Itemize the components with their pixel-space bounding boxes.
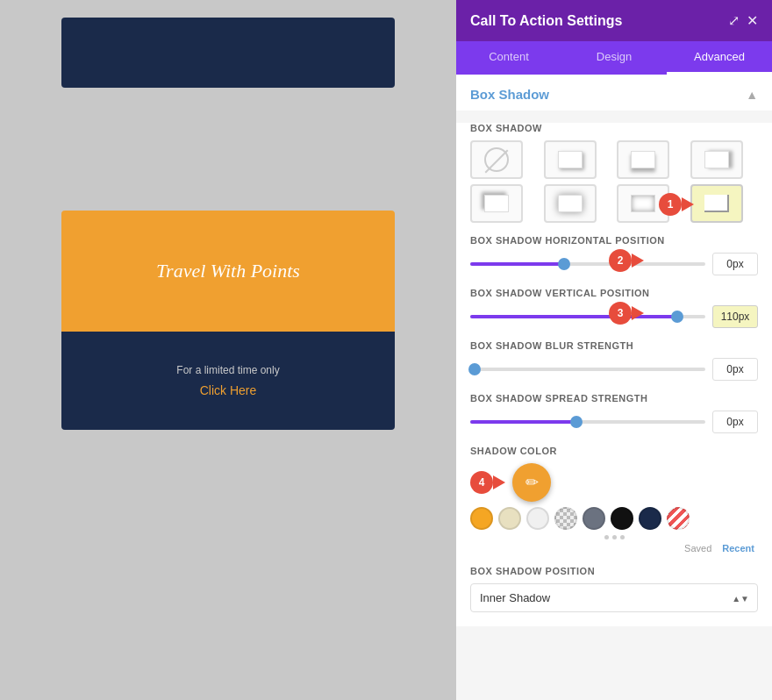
horizontal-value-input[interactable]: 0px bbox=[712, 253, 758, 275]
left-preview-panel: Travel With Points For a limited time on… bbox=[0, 0, 456, 700]
shadow-option-corner[interactable] bbox=[690, 184, 743, 223]
annotation-arrow-2 bbox=[632, 254, 644, 268]
shadow-thick-icon bbox=[558, 195, 583, 212]
close-icon[interactable]: ✕ bbox=[747, 12, 758, 29]
tab-advanced[interactable]: Advanced bbox=[667, 41, 772, 75]
preview-card-body: For a limited time only Click Here bbox=[61, 332, 395, 431]
preview-cta-card: Travel With Points For a limited time on… bbox=[61, 211, 395, 430]
spread-slider-fill bbox=[470, 420, 576, 424]
section-title: Box Shadow bbox=[470, 87, 549, 102]
position-label: Box Shadow Position bbox=[470, 566, 758, 576]
shadow-inner-icon bbox=[631, 195, 655, 212]
preview-card-header: Travel With Points bbox=[61, 211, 395, 332]
tab-design[interactable]: Design bbox=[561, 41, 667, 75]
shadow-topleft-icon bbox=[484, 195, 509, 212]
horizontal-label: Box Shadow Horizontal Position bbox=[470, 235, 758, 246]
color-swatch-black[interactable] bbox=[611, 507, 633, 530]
annotation-badge-3: 3 bbox=[609, 302, 632, 325]
annotation-arrow-3 bbox=[632, 306, 644, 320]
section-collapse-icon[interactable]: ▲ bbox=[746, 88, 758, 102]
shadow-option-bottom[interactable] bbox=[617, 140, 669, 179]
dot-2 bbox=[612, 535, 617, 539]
shadow-option-thick[interactable] bbox=[544, 184, 597, 223]
spread-slider-row: 0px bbox=[470, 411, 758, 433]
shadow-bottom-icon bbox=[631, 151, 655, 168]
position-select[interactable]: Inner Shadow Outer Shadow bbox=[470, 583, 758, 612]
color-swatch-orange[interactable] bbox=[470, 507, 493, 530]
shadow-option-all[interactable] bbox=[544, 140, 597, 179]
color-swatch-row bbox=[470, 507, 758, 530]
dot-1 bbox=[604, 535, 609, 539]
shadow-style-grid: 1 bbox=[470, 140, 758, 223]
tab-content[interactable]: Content bbox=[456, 41, 561, 75]
annotation-badge-4: 4 bbox=[470, 471, 493, 494]
horizontal-slider-row: 0px 2 bbox=[470, 253, 758, 275]
color-swatch-transparent[interactable] bbox=[554, 507, 577, 530]
spread-slider-thumb[interactable] bbox=[570, 416, 583, 428]
shadow-corner-icon bbox=[704, 195, 729, 212]
saved-label: Saved bbox=[684, 543, 711, 554]
section-header: Box Shadow ▲ bbox=[456, 75, 772, 111]
preview-top-banner bbox=[61, 18, 395, 88]
vertical-slider-row: 110px 3 bbox=[470, 305, 758, 328]
vertical-slider-fill bbox=[470, 315, 677, 318]
color-swatch-gray[interactable] bbox=[583, 507, 605, 530]
vertical-slider-thumb[interactable] bbox=[671, 311, 683, 323]
vertical-label: Box Shadow Vertical Position bbox=[470, 288, 758, 298]
color-labels-row: Saved Recent bbox=[470, 543, 758, 554]
shadow-all-icon bbox=[558, 151, 583, 168]
panel-body: Box Shadow ▲ Box Shadow bbox=[456, 75, 772, 700]
eyedropper-icon: ✏ bbox=[525, 473, 539, 492]
eyedropper-button[interactable]: ✏ bbox=[512, 463, 551, 502]
section-content: Box Shadow bbox=[456, 123, 772, 626]
blur-slider-track[interactable] bbox=[470, 368, 705, 371]
no-shadow-icon bbox=[484, 147, 509, 172]
blur-value-input[interactable]: 0px bbox=[712, 358, 758, 381]
panel-title: Call To Action Settings bbox=[470, 13, 622, 29]
spread-value-input[interactable]: 0px bbox=[712, 411, 758, 433]
horizontal-slider-track[interactable] bbox=[470, 262, 705, 266]
annotation-arrow-1 bbox=[682, 197, 694, 211]
dots-indicator bbox=[470, 535, 758, 539]
horizontal-slider-thumb[interactable] bbox=[558, 258, 570, 270]
preview-card-title: Travel With Points bbox=[156, 260, 300, 282]
color-swatch-cream[interactable] bbox=[498, 507, 521, 530]
spread-slider-track[interactable] bbox=[470, 420, 705, 424]
recent-label[interactable]: Recent bbox=[722, 543, 754, 554]
color-label: Shadow Color bbox=[470, 446, 758, 456]
color-swatch-red-striped[interactable] bbox=[667, 507, 690, 530]
horizontal-slider-fill bbox=[470, 262, 564, 266]
position-select-wrapper: Inner Shadow Outer Shadow ▲▼ bbox=[470, 583, 758, 612]
settings-panel: Call To Action Settings ⤢ ✕ Content Desi… bbox=[456, 0, 772, 700]
panel-header: Call To Action Settings ⤢ ✕ bbox=[456, 0, 772, 41]
blur-label: Box Shadow Blur Strength bbox=[470, 340, 758, 351]
shadow-option-none[interactable] bbox=[470, 140, 523, 179]
annotation-badge-2: 2 bbox=[609, 249, 632, 272]
spread-label: Box Shadow Spread Strength bbox=[470, 393, 758, 404]
color-swatch-navy[interactable] bbox=[639, 507, 661, 530]
blur-slider-thumb[interactable] bbox=[468, 363, 481, 375]
blur-slider-row: 0px bbox=[470, 358, 758, 381]
panel-header-icons: ⤢ ✕ bbox=[728, 12, 758, 29]
dot-3 bbox=[620, 535, 625, 539]
expand-icon[interactable]: ⤢ bbox=[728, 12, 740, 29]
box-shadow-field-label: Box Shadow bbox=[470, 123, 758, 133]
color-swatch-white[interactable] bbox=[526, 507, 549, 530]
annotation-arrow-4 bbox=[493, 475, 505, 489]
shadow-option-topleft[interactable] bbox=[470, 184, 523, 223]
vertical-slider-track[interactable] bbox=[470, 315, 705, 318]
annotation-badge-1: 1 bbox=[659, 193, 682, 216]
tabs-bar: Content Design Advanced bbox=[456, 41, 772, 75]
shadow-option-right[interactable] bbox=[690, 140, 743, 179]
vertical-value-input[interactable]: 110px bbox=[712, 305, 758, 328]
shadow-right-icon bbox=[704, 151, 729, 168]
shadow-option-inner[interactable]: 1 bbox=[617, 184, 669, 223]
